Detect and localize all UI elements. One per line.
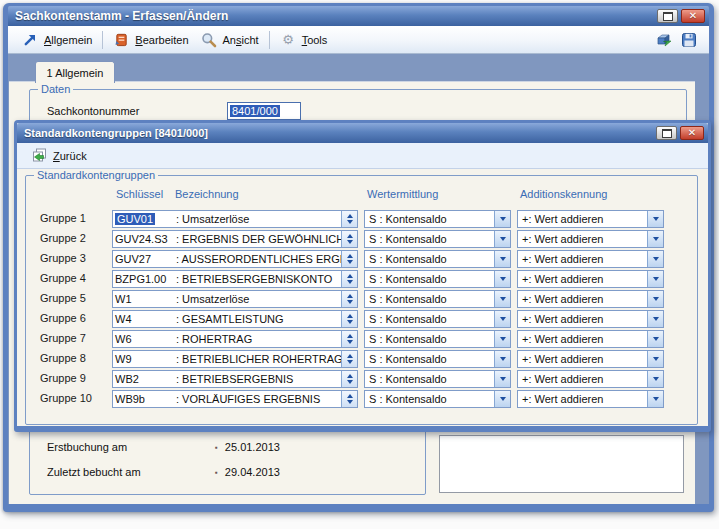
dropdown-button[interactable] (647, 331, 663, 347)
wertermittlung-select[interactable]: S : Kontensaldo (364, 270, 511, 288)
dropdown-button[interactable] (494, 291, 510, 307)
dropdown-button[interactable] (494, 331, 510, 347)
spinner-up-icon (347, 254, 353, 258)
spinner-button[interactable] (341, 391, 357, 407)
dropdown-button[interactable] (647, 211, 663, 227)
wertermittlung-select[interactable]: S : Kontensaldo (364, 230, 511, 248)
dropdown-button[interactable] (494, 271, 510, 287)
menu-allgemein[interactable]: Allgemein (16, 30, 98, 50)
schluessel-bezeichnung-field[interactable]: BZPG1.00 : BETRIEBSERGEBNISKONTO (112, 270, 358, 288)
jump-button[interactable] (651, 30, 676, 50)
dropdown-button[interactable] (647, 311, 663, 327)
wertermittlung-select[interactable]: S : Kontensaldo (364, 290, 511, 308)
kontengruppe-row: Gruppe 3 GUV27 : AUSSERORDENTLICHES ERGE… (26, 250, 697, 268)
dropdown-button[interactable] (494, 211, 510, 227)
toolbar-separator (269, 31, 270, 49)
menu-bearbeiten[interactable]: Bearbeiten (107, 30, 194, 50)
wertermittlung-select[interactable]: S : Kontensaldo (364, 330, 511, 348)
dropdown-button[interactable] (647, 251, 663, 267)
main-window-title: Sachkontenstamm - Erfassen/Ändern (15, 9, 657, 23)
wertermittlung-select[interactable]: S : Kontensaldo (364, 350, 511, 368)
dropdown-button[interactable] (494, 251, 510, 267)
dropdown-button[interactable] (494, 371, 510, 387)
schluessel-value: W9 (115, 353, 132, 365)
save-button[interactable] (676, 30, 701, 50)
dialog-close-button[interactable]: ✕ (680, 126, 704, 140)
restore-icon (662, 129, 672, 138)
schluessel-bezeichnung-field[interactable]: W9 : BETRIEBLICHER ROHERTRAG (112, 350, 358, 368)
schluessel-value: GUV24.S3 (115, 233, 168, 245)
wertermittlung-value: S : Kontensaldo (369, 353, 493, 365)
schluessel-bezeichnung-field[interactable]: W4 : GESAMTLEISTUNG (112, 310, 358, 328)
wertermittlung-select[interactable]: S : Kontensaldo (364, 370, 511, 388)
gruppe-label: Gruppe 4 (40, 272, 86, 284)
spinner-down-icon (347, 360, 353, 364)
additionskennung-select[interactable]: +: Wert addieren (517, 210, 664, 228)
dropdown-button[interactable] (647, 291, 663, 307)
schluessel-bezeichnung-field[interactable]: W1 : Umsatzerlöse (112, 290, 358, 308)
dropdown-button[interactable] (647, 371, 663, 387)
additionskennung-select[interactable]: +: Wert addieren (517, 390, 664, 408)
chevron-down-icon (653, 257, 659, 261)
spinner-button[interactable] (341, 311, 357, 327)
spinner-button[interactable] (341, 251, 357, 267)
schluessel-bezeichnung-field[interactable]: GUV27 : AUSSERORDENTLICHES ERGEBNIS (112, 250, 358, 268)
schluessel-bezeichnung-field[interactable]: W6 : ROHERTRAG (112, 330, 358, 348)
dropdown-button[interactable] (494, 311, 510, 327)
wertermittlung-select[interactable]: S : Kontensaldo (364, 210, 511, 228)
bezeichnung-value: : ERGEBNIS DER GEWÖHNLICHEN GES (176, 233, 341, 245)
schluessel-bezeichnung-field[interactable]: GUV24.S3 : ERGEBNIS DER GEWÖHNLICHEN GES (112, 230, 358, 248)
spinner-button[interactable] (341, 331, 357, 347)
standardkontengruppen-groupbox: Standardkontengruppen Schlüssel Bezeichn… (25, 175, 698, 425)
dropdown-button[interactable] (647, 351, 663, 367)
dropdown-button[interactable] (647, 271, 663, 287)
wertermittlung-value: S : Kontensaldo (369, 333, 493, 345)
menu-ansicht[interactable]: Ansicht (195, 30, 265, 50)
wertermittlung-select[interactable]: S : Kontensaldo (364, 390, 511, 408)
schluessel-bezeichnung-field[interactable]: WB9b : VORLÄUFIGES ERGEBNIS (112, 390, 358, 408)
spinner-button[interactable] (341, 211, 357, 227)
spinner-button[interactable] (341, 371, 357, 387)
additionskennung-select[interactable]: +: Wert addieren (517, 270, 664, 288)
dropdown-button[interactable] (647, 391, 663, 407)
additionskennung-value: +: Wert addieren (522, 393, 646, 405)
dropdown-button[interactable] (494, 351, 510, 367)
additionskennung-select[interactable]: +: Wert addieren (517, 290, 664, 308)
spinner-button[interactable] (341, 271, 357, 287)
additionskennung-select[interactable]: +: Wert addieren (517, 310, 664, 328)
additionskennung-select[interactable]: +: Wert addieren (517, 230, 664, 248)
spinner-button[interactable] (341, 231, 357, 247)
sachkontonummer-input[interactable]: 8401/000 (227, 102, 301, 120)
tab-allgemein[interactable]: 1 Allgemein (35, 61, 115, 83)
schluessel-bezeichnung-field[interactable]: GUV01 : Umsatzerlöse (112, 210, 358, 228)
spinner-down-icon (347, 340, 353, 344)
screen: Sachkontenstamm - Erfassen/Ändern ✕ Allg… (0, 0, 719, 529)
spinner-button[interactable] (341, 351, 357, 367)
wertermittlung-value: S : Kontensaldo (369, 293, 493, 305)
additionskennung-select[interactable]: +: Wert addieren (517, 250, 664, 268)
schluessel-bezeichnung-field[interactable]: WB2 : BETRIEBSERGEBNIS (112, 370, 358, 388)
additionskennung-select[interactable]: +: Wert addieren (517, 350, 664, 368)
spinner-down-icon (347, 300, 353, 304)
dropdown-button[interactable] (494, 391, 510, 407)
spinner-button[interactable] (341, 291, 357, 307)
schluessel-value: BZPG1.00 (115, 273, 166, 285)
spinner-up-icon (347, 294, 353, 298)
menu-tools[interactable]: ⚙ Tools (274, 30, 334, 50)
close-button[interactable]: ✕ (681, 9, 705, 23)
erstbuchung-label: Erstbuchung am (47, 441, 215, 453)
zurueck-button[interactable]: Zurück (25, 146, 93, 166)
dialog-restore-button[interactable] (656, 126, 677, 140)
wertermittlung-select[interactable]: S : Kontensaldo (364, 310, 511, 328)
additionskennung-select[interactable]: +: Wert addieren (517, 370, 664, 388)
dropdown-button[interactable] (494, 231, 510, 247)
dialog-titlebar[interactable]: Standardkontengruppen [8401/000] ✕ (17, 123, 708, 143)
dropdown-button[interactable] (647, 231, 663, 247)
restore-button[interactable] (657, 9, 678, 23)
additionskennung-select[interactable]: +: Wert addieren (517, 330, 664, 348)
spinner-up-icon (347, 274, 353, 278)
main-titlebar[interactable]: Sachkontenstamm - Erfassen/Ändern ✕ (8, 6, 709, 26)
wertermittlung-value: S : Kontensaldo (369, 373, 493, 385)
wertermittlung-select[interactable]: S : Kontensaldo (364, 250, 511, 268)
bezeichnung-value: : Umsatzerlöse (176, 213, 341, 225)
